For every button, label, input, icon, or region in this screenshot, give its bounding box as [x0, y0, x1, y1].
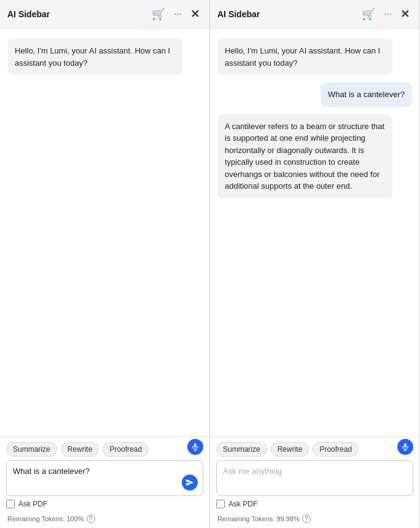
- assistant-message-2: Hello, I'm Lumi, your AI assistant. How …: [217, 39, 392, 75]
- sidebar-2-bottom: Summarize Rewrite Proofread ⋮ Ask PDF Re…: [210, 436, 419, 528]
- tokens-row-2: Remaining Tokens: 99.98% ?: [216, 512, 413, 524]
- rewrite-chip-2[interactable]: Rewrite: [271, 442, 309, 457]
- sidebar-2-action-bar: Summarize Rewrite Proofread ⋮: [216, 442, 413, 457]
- sidebar-2-chat: Hello, I'm Lumi, your AI assistant. How …: [210, 29, 419, 434]
- ask-pdf-label-2: Ask PDF: [228, 500, 257, 508]
- tokens-text-2: Remaining Tokens: 99.98%: [217, 515, 300, 522]
- ask-pdf-row-1: Ask PDF: [6, 500, 203, 508]
- tokens-text-1: Remaining Tokens: 100%: [7, 515, 84, 522]
- sidebar-1-action-bar: Summarize Rewrite Proofread ⋮: [6, 442, 203, 457]
- sidebar-2: AI Sidebar 🛒 ··· ✕ Hello, I'm Lumi, your…: [210, 0, 420, 528]
- sidebar-1: AI Sidebar 🛒 ··· ✕ Hello, I'm Lumi, your…: [0, 0, 210, 528]
- tokens-help-2[interactable]: ?: [302, 514, 311, 523]
- ask-pdf-checkbox-2[interactable]: [216, 500, 225, 508]
- tokens-row-1: Remaining Tokens: 100% ?: [6, 512, 203, 524]
- sidebar-2-input-wrapper: [216, 460, 413, 496]
- sidebar-2-header: AI Sidebar 🛒 ··· ✕: [210, 0, 419, 29]
- record-button-2[interactable]: [397, 439, 413, 455]
- summarize-chip-2[interactable]: Summarize: [216, 442, 267, 457]
- ask-pdf-label-1: Ask PDF: [18, 500, 47, 508]
- sidebar-1-header: AI Sidebar 🛒 ··· ✕: [0, 0, 209, 29]
- cart-icon[interactable]: 🛒: [149, 6, 168, 22]
- ask-pdf-checkbox-1[interactable]: [6, 500, 15, 508]
- assistant-response-2: A cantilever refers to a beam or structu…: [217, 114, 392, 199]
- sidebar-1-title: AI Sidebar: [7, 9, 146, 19]
- close-icon[interactable]: ✕: [188, 6, 202, 22]
- proofread-chip-2[interactable]: Proofread: [313, 442, 359, 457]
- rewrite-chip-1[interactable]: Rewrite: [61, 442, 99, 457]
- sidebar-1-chat: Hello, I'm Lumi, your AI assistant. How …: [0, 29, 209, 434]
- svg-rect-0: [194, 443, 196, 447]
- user-message-2: What is a cantelever?: [321, 82, 412, 107]
- tokens-help-1[interactable]: ?: [87, 514, 95, 523]
- sidebar-2-title: AI Sidebar: [217, 9, 356, 19]
- assistant-message: Hello, I'm Lumi, your AI assistant. How …: [7, 39, 182, 75]
- svg-rect-1: [404, 443, 406, 447]
- summarize-chip-1[interactable]: Summarize: [6, 442, 57, 457]
- sidebar-1-input-wrapper: What is a cantelever?: [6, 460, 203, 496]
- proofread-chip-1[interactable]: Proofread: [103, 442, 149, 457]
- more-icon-2[interactable]: ···: [381, 7, 394, 21]
- record-button-1[interactable]: [187, 439, 203, 455]
- ask-pdf-row-2: Ask PDF: [216, 500, 413, 508]
- close-icon-2[interactable]: ✕: [398, 6, 412, 22]
- send-button-1[interactable]: [182, 475, 198, 491]
- cart-icon-2[interactable]: 🛒: [359, 6, 378, 22]
- more-icon[interactable]: ···: [171, 7, 184, 21]
- input-field-1[interactable]: What is a cantelever?: [13, 466, 181, 488]
- input-field-2[interactable]: [223, 466, 391, 488]
- sidebar-1-bottom: Summarize Rewrite Proofread ⋮ What is a …: [0, 436, 209, 528]
